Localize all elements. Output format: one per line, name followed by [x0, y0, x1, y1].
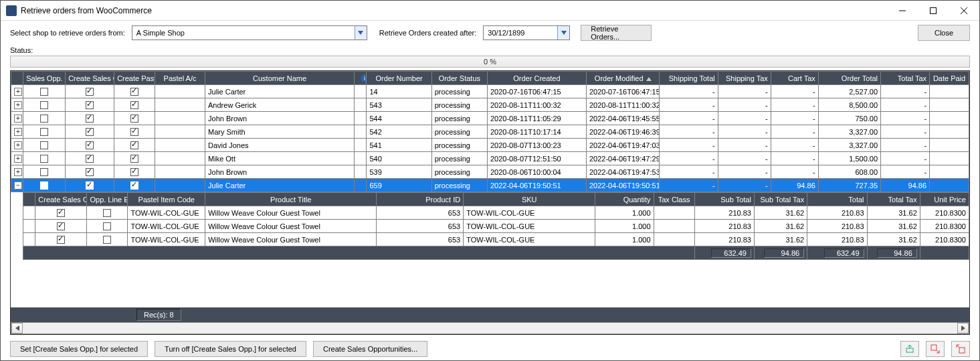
col-sub-total[interactable]: Sub Total — [694, 193, 754, 206]
col-product-title[interactable]: Product Title — [205, 193, 377, 206]
checkbox[interactable] — [86, 88, 94, 96]
col-shipping-tax[interactable]: Shipping Tax — [718, 72, 771, 85]
date-picker[interactable]: 30/12/1899 — [483, 25, 570, 40]
expand-icon[interactable]: + — [14, 128, 22, 136]
table-row[interactable]: −Julie Carter659processing2022-04-06T19:… — [11, 179, 969, 192]
col-order-status[interactable]: Order Status — [431, 72, 487, 85]
line-row[interactable]: TOW-WIL-COL-GUEWillow Weave Colour Guest… — [23, 220, 969, 233]
checkbox[interactable] — [130, 128, 138, 136]
checkbox[interactable] — [86, 101, 94, 109]
turn-off-create-sales-opp-button[interactable]: Turn off [Create Sales Opp.] for selecte… — [155, 341, 306, 357]
col-sub-total-tax[interactable]: Sub Total Tax — [754, 193, 807, 206]
table-row[interactable]: +David Jones541processing2020-08-07T13:0… — [11, 139, 969, 152]
col-customer-name[interactable]: Customer Name — [205, 72, 355, 85]
checkbox[interactable] — [40, 182, 48, 190]
checkbox[interactable] — [40, 115, 48, 123]
close-button[interactable]: Close — [918, 25, 970, 41]
shop-select[interactable]: A Simple Shop — [132, 25, 367, 40]
checkbox[interactable] — [86, 155, 94, 163]
expand-icon[interactable]: + — [14, 141, 22, 149]
expand-icon[interactable]: + — [14, 115, 22, 123]
col-order-number[interactable]: Order Number — [367, 72, 431, 85]
checkbox[interactable] — [40, 128, 48, 136]
collapse-icon[interactable]: − — [14, 182, 22, 190]
expand-icon[interactable]: + — [14, 155, 22, 163]
checkbox[interactable] — [103, 236, 111, 244]
table-row[interactable]: +John Brown544processing2020-08-11T11:05… — [11, 112, 969, 125]
checkbox[interactable] — [103, 209, 111, 217]
col-order-modified[interactable]: Order Modified — [586, 72, 660, 85]
line-row[interactable]: TOW-WIL-COL-GUEWillow Weave Colour Guest… — [23, 206, 969, 220]
table-row[interactable]: +Julie Carter14processing2020-07-16T06:4… — [11, 85, 969, 98]
checkbox[interactable] — [130, 115, 138, 123]
col-tax-class[interactable]: Tax Class — [654, 193, 694, 206]
checkbox[interactable] — [86, 128, 94, 136]
line-row[interactable]: TOW-WIL-COL-GUEWillow Weave Colour Guest… — [23, 233, 969, 246]
col-customer-icon[interactable]: i — [355, 72, 367, 85]
checkbox[interactable] — [130, 182, 138, 190]
set-create-sales-opp-button[interactable]: Set [Create Sales Opp.] for selected — [10, 341, 148, 357]
expand-icon[interactable]: + — [14, 101, 22, 109]
checkbox[interactable] — [130, 155, 138, 163]
col-pastel-ac[interactable]: Pastel A/c — [155, 72, 205, 85]
svg-rect-7 — [931, 345, 937, 350]
checkbox[interactable] — [57, 236, 65, 244]
col-order-total[interactable]: Order Total — [818, 72, 880, 85]
col-cart-tax[interactable]: Cart Tax — [771, 72, 818, 85]
scroll-right-button[interactable] — [957, 323, 969, 334]
checkbox[interactable] — [40, 101, 48, 109]
retrieve-orders-button[interactable]: Retrieve Orders... — [581, 25, 652, 41]
checkbox[interactable] — [103, 222, 111, 230]
horizontal-scrollbar[interactable] — [11, 322, 969, 334]
grid-import-icon[interactable] — [951, 341, 970, 357]
col-total-tax[interactable]: Total Tax — [867, 193, 920, 206]
create-sales-opportunities-button[interactable]: Create Sales Opportunities... — [313, 341, 427, 357]
progressbar: 0 % — [10, 56, 970, 68]
col-pastel-item-code[interactable]: Pastel Item Code — [128, 193, 205, 206]
col-unit-price[interactable]: Unit Price — [920, 193, 969, 206]
col-product-id[interactable]: Product ID — [377, 193, 464, 206]
col-total-tax[interactable]: Total Tax — [881, 72, 930, 85]
checkbox[interactable] — [86, 168, 94, 176]
expand-icon[interactable]: + — [14, 168, 22, 176]
checkbox[interactable] — [57, 209, 65, 217]
col-create-pastel-ac[interactable]: Create Pastel A/c — [114, 72, 155, 85]
maximize-button[interactable] — [918, 1, 949, 21]
checkbox[interactable] — [130, 88, 138, 96]
col-sales-opp-exists[interactable]: Sales Opp. Exists — [23, 72, 66, 85]
col-sku[interactable]: SKU — [464, 193, 595, 206]
checkbox[interactable] — [40, 155, 48, 163]
col-line-create-opp[interactable]: Create Sales Opp. — [35, 193, 87, 206]
scroll-left-button[interactable] — [11, 323, 23, 334]
checkbox[interactable] — [86, 141, 94, 149]
order-lines-table: Create Sales Opp. Opp. Line Exists Paste… — [23, 192, 969, 260]
table-row[interactable]: +Mike Ott540processing2020-08-07T12:51:5… — [11, 152, 969, 165]
minimize-button[interactable] — [887, 1, 918, 21]
checkbox[interactable] — [57, 222, 65, 230]
grid-export-icon[interactable] — [926, 341, 945, 357]
svg-rect-1 — [930, 7, 937, 13]
checkbox[interactable] — [40, 168, 48, 176]
col-line-opp-exists[interactable]: Opp. Line Exists — [87, 193, 128, 206]
checkbox[interactable] — [130, 141, 138, 149]
col-total[interactable]: Total — [807, 193, 867, 206]
table-row[interactable]: +Andrew Gerick543processing2020-08-11T11… — [11, 98, 969, 112]
shop-label: Select shop to retrieve orders from: — [10, 29, 125, 37]
checkbox[interactable] — [40, 88, 48, 96]
table-row[interactable]: +Mary Smith542processing2020-08-11T10:17… — [11, 125, 969, 139]
checkbox[interactable] — [86, 182, 94, 190]
col-create-sales-opp[interactable]: Create Sales Opp. — [66, 72, 114, 85]
col-shipping-total[interactable]: Shipping Total — [660, 72, 718, 85]
close-window-button[interactable] — [949, 1, 979, 21]
table-row[interactable]: +John Brown539processing2020-08-06T10:00… — [11, 165, 969, 179]
col-order-created[interactable]: Order Created — [487, 72, 586, 85]
checkbox[interactable] — [130, 101, 138, 109]
checkbox[interactable] — [40, 141, 48, 149]
col-quantity[interactable]: Quantity — [595, 193, 654, 206]
col-expander[interactable] — [11, 72, 23, 85]
checkbox[interactable] — [86, 115, 94, 123]
expand-icon[interactable]: + — [14, 88, 22, 96]
checkbox[interactable] — [130, 168, 138, 176]
col-date-paid[interactable]: Date Paid — [930, 72, 969, 85]
export-icon[interactable] — [900, 341, 919, 357]
